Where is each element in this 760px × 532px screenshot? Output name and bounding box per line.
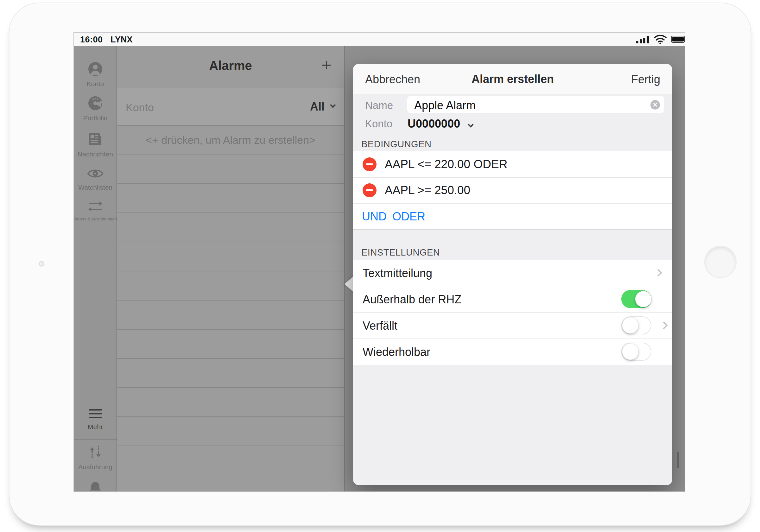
sidebar-item-watchlisten[interactable]: Watchlisten: [74, 167, 117, 191]
sidebar-item-benachrichtigungen[interactable]: [74, 480, 117, 492]
settings-section-header: EINSTELLUNGEN: [361, 247, 440, 258]
page: 16:00 LYNX Konto: [0, 0, 760, 532]
status-bar: 16:00 LYNX: [74, 33, 685, 46]
app-screen: 16:00 LYNX Konto: [74, 33, 685, 492]
add-alarm-button[interactable]: +: [318, 57, 335, 74]
hamburger-menu-icon: [88, 415, 103, 420]
sidebar-item-orders[interactable]: Orders & Ausführungen: [74, 200, 117, 221]
battery-full-icon: [671, 36, 685, 43]
condition-row: AAPL >= 250.00: [353, 178, 672, 203]
account-select-value: U0000000: [407, 117, 460, 130]
setting-label: Außerhalb der RHZ: [362, 293, 461, 306]
condition-logic-row: UND ODER: [353, 204, 672, 229]
setting-label: Wiederholbar: [362, 346, 430, 359]
sidebar-item-label: Orders & Ausführungen: [74, 217, 117, 221]
empty-list-hint: <+ drücken, um Alarm zu erstellen>: [117, 134, 344, 146]
sidebar-item-konto[interactable]: Konto: [74, 62, 117, 88]
status-time: 16:00: [80, 35, 103, 45]
status-carrier: LYNX: [111, 35, 133, 45]
alarm-list-panel: Alarme + Konto All <+ drücken, um Alarm …: [117, 46, 344, 492]
bell-icon: [88, 490, 102, 492]
or-button[interactable]: ODER: [392, 210, 425, 223]
page-title: Alarme: [117, 59, 344, 73]
modal-title: Alarm erstellen: [353, 73, 672, 86]
setting-row-rhz: Außerhalb der RHZ: [353, 286, 672, 312]
condition-row: AAPL <= 220.00 ODER: [353, 151, 672, 177]
sidebar-item-mehr[interactable]: Mehr: [74, 409, 117, 431]
wiederholbar-toggle[interactable]: [621, 343, 651, 361]
create-alarm-modal: Abbrechen Alarm erstellen Fertig Name Ap…: [353, 64, 672, 485]
sidebar-item-ausfuehrung[interactable]: Ausführung: [74, 444, 117, 471]
sidebar-item-label: Mehr: [74, 423, 117, 431]
sidebar-item-label: Watchlisten: [74, 184, 117, 191]
clear-icon[interactable]: ✕: [650, 100, 660, 110]
done-button[interactable]: Fertig: [631, 73, 660, 86]
setting-row-textmitteilung[interactable]: Textmitteilung: [353, 260, 672, 286]
transfer-arrows-icon: [87, 208, 104, 214]
name-field-label: Name: [365, 99, 393, 112]
sidebar-divider: [74, 472, 117, 472]
and-button[interactable]: UND: [362, 210, 387, 223]
name-input-value: Apple Alarm: [414, 99, 476, 112]
alarm-list-header: Alarme +: [117, 46, 344, 88]
name-input[interactable]: Apple Alarm ✕: [407, 96, 664, 113]
account-select[interactable]: U0000000: [407, 117, 472, 130]
sidebar-item-portfolio[interactable]: Portfolio: [74, 96, 117, 122]
wifi-icon: [654, 34, 667, 45]
setting-label: Verfällt: [362, 319, 398, 332]
sidebar-item-label: Portfolio: [74, 114, 117, 122]
remove-condition-icon[interactable]: [362, 157, 376, 171]
chevron-down-icon: [330, 102, 336, 108]
account-filter-row[interactable]: Konto All: [117, 88, 344, 126]
home-button[interactable]: [704, 246, 736, 278]
rhz-toggle[interactable]: [621, 290, 651, 308]
setting-row-wiederholbar: Wiederholbar: [353, 339, 672, 365]
account-filter-label: Konto: [126, 101, 154, 114]
sidebar-item-label: Konto: [74, 80, 117, 88]
modal-header: Abbrechen Alarm erstellen Fertig: [353, 64, 672, 94]
sidebar-item-label: Nachrichten: [74, 150, 117, 158]
sidebar-item-label: Ausführung: [74, 463, 117, 471]
conditions-section-header: BEDINGUNGEN: [361, 139, 431, 149]
setting-row-verfaellt[interactable]: Verfällt: [353, 313, 672, 339]
sidebar-nav: Konto Portfolio Nachrichten: [74, 46, 117, 492]
person-icon: [88, 72, 103, 77]
empty-list-rows: [117, 155, 344, 492]
scroll-indicator[interactable]: [677, 452, 679, 468]
divider: [353, 365, 672, 365]
newspaper-icon: [88, 142, 103, 148]
account-field-label: Konto: [365, 118, 392, 130]
remove-condition-icon[interactable]: [362, 183, 376, 197]
verfaellt-toggle[interactable]: [621, 316, 651, 334]
camera-dot: [39, 261, 44, 266]
chevron-right-icon: [654, 269, 662, 276]
account-filter-value[interactable]: All: [310, 100, 325, 113]
empty-list-hint-row: <+ drücken, um Alarm zu erstellen>: [117, 126, 344, 155]
chevron-right-icon: [660, 321, 668, 329]
popover-arrow: [345, 276, 354, 292]
cellular-signal-icon: [636, 36, 649, 43]
condition-text: AAPL >= 250.00: [385, 184, 470, 197]
chevron-down-icon: [468, 121, 473, 127]
setting-label: Textmitteilung: [362, 266, 432, 280]
sidebar-divider: [74, 439, 117, 440]
sidebar-item-nachrichten[interactable]: Nachrichten: [74, 132, 117, 158]
eye-icon: [87, 175, 104, 181]
pie-chart-icon: [88, 106, 103, 112]
condition-text: AAPL <= 220.00 ODER: [385, 158, 507, 171]
up-down-arrows-icon: [88, 455, 103, 460]
